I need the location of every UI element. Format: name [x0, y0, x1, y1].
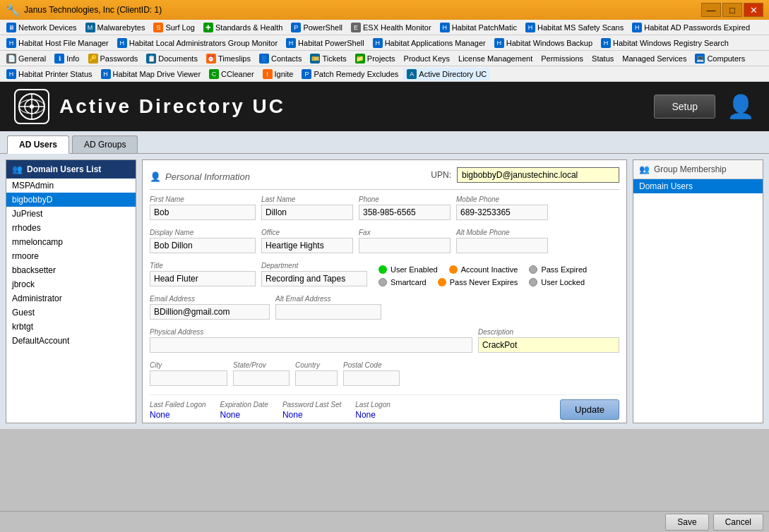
country-input[interactable]	[295, 370, 338, 386]
contacts-label: Contacts	[271, 54, 302, 63]
list-item[interactable]: krbtgt	[6, 320, 136, 334]
state-input[interactable]	[233, 370, 290, 386]
sidebar-item-host-file[interactable]: H Habitat Host File Manager	[3, 37, 112, 49]
standards-health-icon: ✚	[203, 23, 213, 32]
sidebar-item-documents[interactable]: 📋 Documents	[143, 52, 201, 65]
sidebar-item-malwarebytes[interactable]: M Malwarebytes	[82, 21, 149, 34]
sidebar-item-patch-remedy[interactable]: P Patch Remedy Excludes	[298, 68, 402, 80]
user-enabled-dot	[378, 265, 387, 274]
sidebar-item-projects[interactable]: 📁 Projects	[352, 52, 399, 65]
upn-input[interactable]	[457, 167, 619, 183]
sidebar-item-license-mgmt[interactable]: License Management	[455, 53, 536, 64]
sidebar-item-ignite[interactable]: I Ignite	[259, 68, 297, 80]
sidebar-item-printer-status[interactable]: H Habitat Printer Status	[3, 68, 96, 80]
sidebar-item-registry-search[interactable]: H Habitat Windows Registry Search	[597, 37, 732, 49]
maximize-button[interactable]: □	[722, 3, 742, 17]
tickets-icon: 🎫	[310, 54, 320, 64]
sidebar-item-surf-log[interactable]: S Surf Log	[150, 21, 198, 34]
phys-addr-label: Physical Address	[150, 328, 472, 336]
sidebar-item-network-devices[interactable]: 🖥 Network Devices	[3, 21, 81, 34]
sidebar-item-info[interactable]: ℹ Info	[51, 52, 83, 65]
city-input[interactable]	[150, 370, 227, 386]
list-item[interactable]: rmoore	[6, 249, 136, 263]
city-label: City	[150, 361, 227, 369]
title-input[interactable]	[150, 271, 256, 286]
patchmatic-icon: H	[440, 23, 450, 32]
sidebar-item-patchmatic[interactable]: H Habitat PatchMatic	[436, 21, 520, 34]
mobile-input[interactable]	[456, 205, 548, 220]
list-item[interactable]: MSPAdmin	[6, 179, 136, 193]
tab-ad-groups[interactable]: AD Groups	[72, 135, 138, 153]
sidebar-item-habitat-powershell[interactable]: H Habitat PowerShell	[282, 37, 368, 49]
status-bar: Save Cancel	[0, 511, 769, 532]
ms-safety-icon: H	[525, 23, 535, 32]
close-button[interactable]: ✕	[744, 3, 763, 17]
sidebar-item-contacts[interactable]: 👤 Contacts	[256, 52, 305, 65]
sidebar-item-tickets[interactable]: 🎫 Tickets	[306, 52, 350, 65]
sidebar-item-computers[interactable]: 💻 Computers	[691, 52, 749, 65]
sidebar-item-passwords[interactable]: 🔑 Passwords	[85, 52, 142, 65]
update-button[interactable]: Update	[560, 399, 619, 420]
list-item[interactable]: jbrock	[6, 277, 136, 291]
list-item[interactable]: bbacksetter	[6, 263, 136, 277]
sidebar-item-managed-services[interactable]: Managed Services	[619, 53, 690, 64]
fax-input[interactable]	[359, 238, 451, 253]
alt-email-input[interactable]	[275, 304, 381, 320]
first-name-input[interactable]	[150, 205, 256, 220]
alt-mobile-input[interactable]	[456, 238, 548, 253]
sidebar-item-esx[interactable]: E ESX Health Monitor	[347, 21, 435, 34]
sidebar-item-general[interactable]: 📄 General	[3, 52, 49, 65]
user-locked-dot	[529, 278, 537, 286]
list-item[interactable]: JuPriest	[6, 207, 136, 221]
display-name-input[interactable]	[150, 238, 256, 253]
patch-remedy-label: Patch Remedy Excludes	[314, 70, 398, 78]
passwords-label: Passwords	[100, 54, 138, 63]
menubar-3: 📄 General ℹ Info 🔑 Passwords 📋 Documents…	[0, 51, 769, 66]
postal-label: Postal Code	[343, 361, 400, 369]
map-drive-label: Habitat Map Drive Viewer	[113, 70, 201, 78]
state-label: State/Prov	[233, 361, 290, 369]
person-icon: 👤	[727, 93, 755, 120]
desc-input[interactable]	[478, 337, 619, 353]
sidebar-item-status[interactable]: Status	[588, 53, 617, 64]
sidebar-item-timeslips[interactable]: ⏰ Timeslips	[203, 52, 254, 65]
sidebar-item-standards-health[interactable]: ✚ Standards & Health	[200, 21, 286, 34]
sidebar-item-local-admin[interactable]: H Habitat Local Administrators Group Mon…	[114, 37, 281, 49]
list-item[interactable]: Administrator	[6, 291, 136, 306]
list-item[interactable]: rrhodes	[6, 221, 136, 235]
sidebar-item-map-drive[interactable]: H Habitat Map Drive Viewer	[97, 68, 205, 80]
sidebar-item-ccleaner[interactable]: C CCleaner	[205, 68, 257, 80]
phys-addr-input[interactable]	[150, 337, 472, 353]
product-keys-label: Product Keys	[404, 54, 450, 63]
fax-group: Fax	[359, 229, 451, 253]
dept-input[interactable]	[261, 271, 367, 286]
office-input[interactable]	[261, 238, 353, 253]
cancel-button[interactable]: Cancel	[713, 514, 763, 531]
ccleaner-icon: C	[209, 69, 219, 79]
sidebar-item-permissions[interactable]: Permissions	[537, 53, 587, 64]
list-item[interactable]: Guest	[6, 306, 136, 320]
sidebar-item-product-keys[interactable]: Product Keys	[400, 53, 453, 64]
sidebar-item-ad-uc[interactable]: A Active Directory UC	[403, 68, 490, 80]
tab-ad-users[interactable]: AD Users	[7, 135, 69, 154]
email-input[interactable]	[150, 304, 270, 320]
sidebar-item-apps-manager[interactable]: H Habitat Applications Manager	[369, 37, 489, 49]
sidebar-item-ad-passwords[interactable]: H Habitat AD Passwords Expired	[628, 21, 753, 34]
list-item[interactable]: Domain Users	[633, 179, 763, 193]
patchmatic-label: Habitat PatchMatic	[452, 23, 517, 32]
save-button[interactable]: Save	[665, 514, 708, 531]
phone-input[interactable]	[359, 205, 451, 220]
sidebar-item-windows-backup[interactable]: H Habitat Windows Backup	[491, 37, 596, 49]
city-group: City	[150, 361, 227, 386]
last-name-input[interactable]	[261, 205, 353, 220]
list-item[interactable]: mmeloncamp	[6, 235, 136, 249]
patch-remedy-icon: P	[302, 69, 311, 79]
sidebar-item-ms-safety[interactable]: H Habitat MS Safety Scans	[522, 21, 627, 34]
list-item[interactable]: DefaultAccount	[6, 334, 136, 348]
minimize-button[interactable]: —	[701, 3, 721, 17]
postal-input[interactable]	[343, 370, 400, 386]
dept-label: Department	[261, 262, 367, 270]
setup-button[interactable]: Setup	[654, 95, 715, 119]
sidebar-item-powershell[interactable]: P PowerShell	[287, 21, 346, 34]
list-item[interactable]: bigbobbyD	[6, 193, 136, 207]
